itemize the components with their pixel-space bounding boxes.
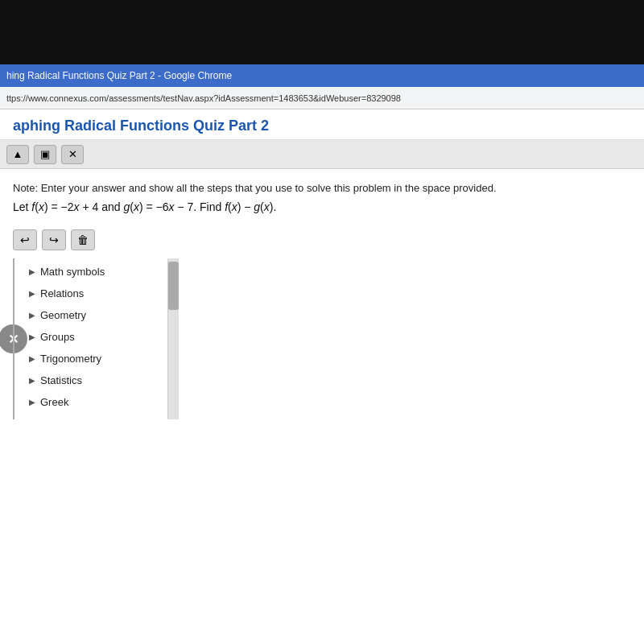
chrome-title-text: hing Radical Functions Quiz Part 2 - Goo… (6, 70, 232, 81)
page-content: aphing Radical Functions Quiz Part 2 ▲ ▣… (0, 109, 644, 644)
cursor-icon: ▲ (13, 148, 23, 160)
sticky-icon: ▣ (40, 148, 50, 160)
symbols-panel: ▶ Math symbols ▶ Relations ▶ Geometry ▶ … (23, 258, 159, 419)
symbols-math-symbols[interactable]: ▶ Math symbols (23, 262, 159, 282)
statistics-label: Statistics (40, 374, 82, 386)
top-black-bar (0, 0, 644, 64)
answer-row: ✕ ▶ Math symbols ▶ Relations ▶ Geometry … (0, 255, 644, 423)
delete-button[interactable]: 🗑 (71, 229, 95, 250)
groups-arrow: ▶ (29, 332, 35, 341)
scrollbar-thumb[interactable] (168, 262, 179, 310)
greek-label: Greek (40, 396, 68, 408)
geometry-arrow: ▶ (29, 311, 35, 320)
undo-icon: ↩ (20, 233, 30, 246)
symbols-statistics[interactable]: ▶ Statistics (23, 370, 159, 390)
chrome-title-bar: hing Radical Functions Quiz Part 2 - Goo… (0, 64, 644, 87)
relations-arrow: ▶ (29, 289, 35, 298)
trash-icon: 🗑 (77, 233, 89, 246)
toolbar-sticky-btn[interactable]: ▣ (34, 145, 56, 164)
symbols-geometry[interactable]: ▶ Geometry (23, 305, 159, 325)
trigonometry-arrow: ▶ (29, 354, 35, 363)
toolbar-cursor-btn[interactable]: ▲ (6, 145, 29, 164)
close-icon: ✕ (68, 148, 77, 160)
greek-arrow: ▶ (29, 398, 35, 407)
math-symbols-label: Math symbols (40, 266, 105, 278)
toolbar-close-btn[interactable]: ✕ (61, 145, 84, 164)
quiz-toolbar: ▲ ▣ ✕ (0, 140, 644, 169)
groups-label: Groups (40, 331, 75, 343)
symbols-greek[interactable]: ▶ Greek (23, 392, 159, 412)
symbols-groups[interactable]: ▶ Groups (23, 327, 159, 347)
redo-button[interactable]: ↪ (42, 229, 66, 250)
trigonometry-label: Trigonometry (40, 353, 101, 365)
math-symbols-arrow: ▶ (29, 267, 35, 276)
scrollbar[interactable] (167, 258, 179, 419)
statistics-arrow: ▶ (29, 376, 35, 385)
relations-label: Relations (40, 287, 84, 299)
answer-input-wrapper: ✕ (13, 258, 14, 419)
symbols-relations[interactable]: ▶ Relations (23, 283, 159, 303)
page-title: aphing Radical Functions Quiz Part 2 (13, 118, 631, 134)
redo-icon: ↪ (49, 233, 59, 246)
question-text: Let f(x) = −2x + 4 and g(x) = −6x − 7. F… (13, 200, 631, 213)
note-text: Note: Enter your answer and show all the… (13, 182, 631, 194)
geometry-label: Geometry (40, 309, 86, 321)
chrome-url-text: ttps://www.connexus.com/assessments/test… (6, 93, 401, 103)
page-header: aphing Radical Functions Quiz Part 2 (0, 109, 644, 140)
answer-input-area[interactable] (13, 258, 14, 419)
answer-toolbar: ↩ ↪ 🗑 (0, 225, 644, 255)
undo-button[interactable]: ↩ (13, 229, 37, 250)
chrome-address-bar: ttps://www.connexus.com/assessments/test… (0, 87, 644, 109)
question-area: Note: Enter your answer and show all the… (0, 169, 644, 225)
symbols-trigonometry[interactable]: ▶ Trigonometry (23, 349, 159, 369)
